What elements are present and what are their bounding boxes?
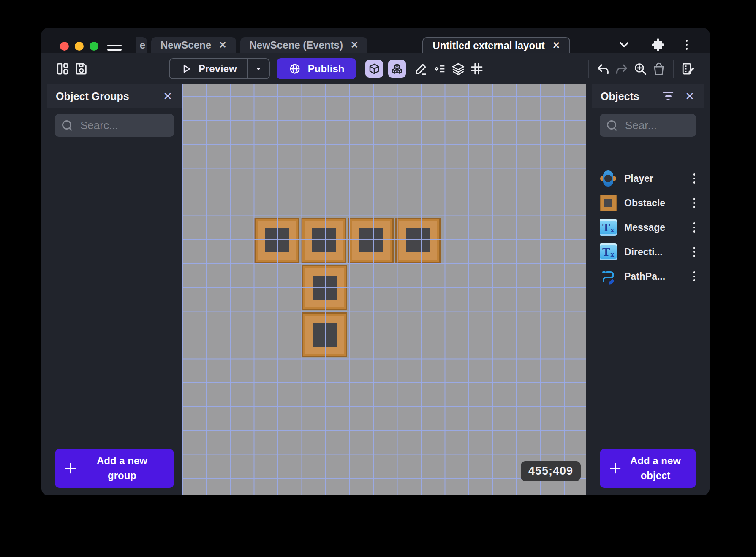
toolbar: Preview Publish xyxy=(41,53,710,84)
minimize-window-button[interactable] xyxy=(75,42,84,51)
layers-icon[interactable] xyxy=(449,59,468,79)
text-object-icon: Tx xyxy=(600,243,617,260)
cursor-coordinates-badge: 455;409 xyxy=(521,461,581,481)
object-groups-title: Object Groups xyxy=(56,90,162,103)
object-row-pathpaint[interactable]: PathPa... xyxy=(592,264,704,289)
publish-label: Publish xyxy=(308,63,345,75)
instances-cubes-toggle[interactable] xyxy=(388,60,406,78)
plus-icon xyxy=(608,461,623,476)
close-tab-icon[interactable] xyxy=(219,41,226,50)
edit-scene-events-icon[interactable] xyxy=(679,59,698,79)
text-icon-glyph: x xyxy=(611,226,615,233)
object-list-icon[interactable] xyxy=(430,59,449,79)
kebab-menu-icon[interactable] xyxy=(691,244,698,260)
tab-label: NewScene xyxy=(160,39,211,51)
path-paint-icon xyxy=(600,268,617,285)
toolbar-separator xyxy=(673,60,674,78)
object-label: Directi... xyxy=(624,246,683,258)
object-row-player[interactable]: Player xyxy=(592,166,704,191)
main-area: Object Groups Add a new group 455;409 Ob… xyxy=(41,84,710,495)
play-icon xyxy=(180,62,193,75)
tab-newscene-events[interactable]: NewScene (Events) xyxy=(240,37,368,53)
close-window-button[interactable] xyxy=(60,42,69,51)
add-object-button[interactable]: Add a new object xyxy=(600,449,696,488)
preview-button-main[interactable]: Preview xyxy=(170,62,247,75)
object-row-message[interactable]: Tx Message xyxy=(592,215,704,240)
instances-cubes-icon xyxy=(391,62,403,75)
scene-canvas[interactable]: 455;409 xyxy=(182,84,586,495)
kebab-menu-icon[interactable] xyxy=(691,195,698,211)
globe-icon xyxy=(288,62,301,75)
kebab-menu-icon[interactable] xyxy=(691,220,698,235)
save-icon[interactable] xyxy=(72,59,90,79)
tab-bar: e NewScene NewScene (Events) Untitled ex… xyxy=(41,28,710,53)
plus-icon xyxy=(63,461,78,476)
more-options-kebab-icon[interactable] xyxy=(677,35,696,55)
chevron-down-icon[interactable] xyxy=(615,35,634,55)
tab-label: NewScene (Events) xyxy=(250,39,343,51)
filter-icon[interactable] xyxy=(663,92,673,101)
obstacle-tile[interactable] xyxy=(254,218,299,263)
obstacle-tile[interactable] xyxy=(301,218,346,263)
publish-button[interactable]: Publish xyxy=(277,58,356,79)
object-row-directions[interactable]: Tx Directi... xyxy=(592,240,704,264)
tab-clipped[interactable]: e xyxy=(136,37,147,53)
obstacle-icon xyxy=(600,195,617,211)
tiles-layer xyxy=(182,84,586,495)
object-label: Obstacle xyxy=(624,197,683,209)
add-group-button[interactable]: Add a new group xyxy=(55,449,174,488)
edit-pencil-icon[interactable] xyxy=(412,59,430,79)
kebab-menu-icon[interactable] xyxy=(691,269,698,284)
preview-label: Preview xyxy=(199,63,237,75)
close-tab-icon[interactable] xyxy=(351,41,358,50)
redo-icon[interactable] xyxy=(612,59,631,79)
search-icon xyxy=(62,120,73,131)
close-tab-icon[interactable] xyxy=(552,41,560,50)
object-groups-search[interactable] xyxy=(55,114,174,137)
player-icon xyxy=(600,170,617,187)
text-icon-glyph: T xyxy=(602,222,610,233)
object-label: Player xyxy=(624,173,683,184)
objects-header: Objects xyxy=(592,84,704,108)
preview-options-caret[interactable] xyxy=(247,59,269,78)
object-groups-panel: Object Groups Add a new group xyxy=(47,84,182,495)
close-panel-icon[interactable] xyxy=(162,90,173,103)
objects-search[interactable] xyxy=(600,114,696,137)
search-input[interactable] xyxy=(624,119,689,132)
tab-label: e xyxy=(140,39,145,51)
objects-list: Player Obstacle Tx Message xyxy=(592,137,704,449)
grid-icon[interactable] xyxy=(468,59,486,79)
undo-icon[interactable] xyxy=(594,59,612,79)
search-icon xyxy=(606,120,617,131)
object-groups-header: Object Groups xyxy=(47,84,182,108)
window-controls xyxy=(60,42,98,51)
caret-down-icon xyxy=(253,63,264,74)
obstacle-tile[interactable] xyxy=(395,218,441,263)
objects-cube-toggle[interactable] xyxy=(365,60,383,78)
add-object-label: Add a new object xyxy=(626,454,688,483)
search-input[interactable] xyxy=(79,119,167,132)
zoom-in-icon[interactable] xyxy=(631,59,650,79)
app-window: e NewScene NewScene (Events) Untitled ex… xyxy=(41,28,710,495)
add-group-label: Add a new group xyxy=(83,454,163,483)
tab-untitled-external-layout[interactable]: Untitled external layout xyxy=(422,37,570,53)
kebab-menu-icon[interactable] xyxy=(691,171,698,186)
obstacle-tile[interactable] xyxy=(302,265,347,310)
object-row-obstacle[interactable]: Obstacle xyxy=(592,191,704,215)
tab-newscene[interactable]: NewScene xyxy=(151,37,236,53)
trash-icon[interactable] xyxy=(650,59,668,79)
objects-title: Objects xyxy=(601,90,663,103)
object-label: Message xyxy=(624,222,683,233)
text-icon-glyph: x xyxy=(611,251,615,258)
tab-label: Untitled external layout xyxy=(432,40,544,51)
text-icon-glyph: T xyxy=(602,246,610,258)
panels-layout-icon[interactable] xyxy=(53,59,72,79)
close-panel-icon[interactable] xyxy=(684,90,695,103)
obstacle-tile[interactable] xyxy=(348,218,394,263)
preview-button[interactable]: Preview xyxy=(169,58,270,79)
obstacle-tile[interactable] xyxy=(302,312,347,357)
objects-panel: Objects Player Obstacle xyxy=(592,84,704,495)
object-label: PathPa... xyxy=(624,271,683,282)
extensions-puzzle-icon[interactable] xyxy=(649,35,667,55)
maximize-window-button[interactable] xyxy=(90,42,98,51)
